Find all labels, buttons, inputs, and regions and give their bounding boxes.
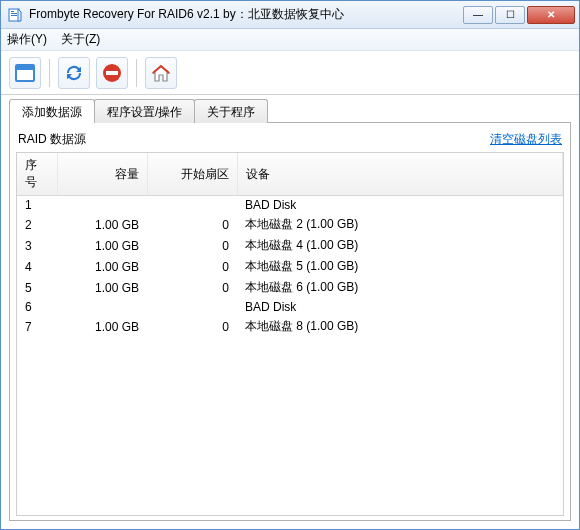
app-icon bbox=[7, 7, 23, 23]
cell-device: 本地磁盘 8 (1.00 GB) bbox=[237, 316, 563, 337]
cell-start-sector bbox=[147, 196, 237, 215]
toolbar-separator bbox=[49, 59, 50, 87]
cell-start-sector bbox=[147, 298, 237, 316]
toolbar-new-button[interactable] bbox=[9, 57, 41, 89]
toolbar-refresh-button[interactable] bbox=[58, 57, 90, 89]
table-row[interactable]: 71.00 GB0本地磁盘 8 (1.00 GB) bbox=[17, 316, 563, 337]
cell-capacity: 1.00 GB bbox=[57, 277, 147, 298]
col-header-index[interactable]: 序号 bbox=[17, 153, 57, 196]
minimize-icon: — bbox=[473, 9, 483, 20]
svg-rect-5 bbox=[16, 65, 34, 70]
tab-panel-add-source: RAID 数据源 清空磁盘列表 序号 容量 开始扇区 设备 1BAD Disk2… bbox=[9, 122, 571, 521]
svg-rect-3 bbox=[11, 15, 17, 16]
clear-disk-list-link[interactable]: 清空磁盘列表 bbox=[490, 131, 562, 148]
section-title: RAID 数据源 bbox=[18, 131, 86, 148]
menubar: 操作(Y) 关于(Z) bbox=[1, 29, 579, 51]
col-header-device[interactable]: 设备 bbox=[237, 153, 563, 196]
toolbar-separator bbox=[136, 59, 137, 87]
cell-capacity: 1.00 GB bbox=[57, 316, 147, 337]
main-window: Frombyte Recovery For RAID6 v2.1 by：北亚数据… bbox=[0, 0, 580, 530]
cell-device: 本地磁盘 4 (1.00 GB) bbox=[237, 235, 563, 256]
svg-rect-2 bbox=[11, 13, 17, 14]
table-row[interactable]: 51.00 GB0本地磁盘 6 (1.00 GB) bbox=[17, 277, 563, 298]
cell-start-sector: 0 bbox=[147, 277, 237, 298]
cell-capacity: 1.00 GB bbox=[57, 256, 147, 277]
close-icon: ✕ bbox=[547, 9, 555, 20]
cell-start-sector: 0 bbox=[147, 235, 237, 256]
svg-rect-1 bbox=[11, 11, 14, 12]
cell-device: BAD Disk bbox=[237, 298, 563, 316]
cell-start-sector: 0 bbox=[147, 316, 237, 337]
window-title: Frombyte Recovery For RAID6 v2.1 by：北亚数据… bbox=[29, 6, 463, 23]
tab-about[interactable]: 关于程序 bbox=[194, 99, 268, 123]
content-area: 添加数据源 程序设置/操作 关于程序 RAID 数据源 清空磁盘列表 序号 容量… bbox=[1, 95, 579, 529]
toolbar bbox=[1, 51, 579, 95]
window-icon bbox=[14, 62, 36, 84]
tab-add-source[interactable]: 添加数据源 bbox=[9, 99, 95, 123]
cell-index: 2 bbox=[17, 214, 57, 235]
cell-start-sector: 0 bbox=[147, 214, 237, 235]
cell-device: 本地磁盘 5 (1.00 GB) bbox=[237, 256, 563, 277]
cell-index: 7 bbox=[17, 316, 57, 337]
cell-index: 3 bbox=[17, 235, 57, 256]
tab-bar: 添加数据源 程序设置/操作 关于程序 bbox=[9, 99, 571, 123]
cell-index: 1 bbox=[17, 196, 57, 215]
svg-rect-7 bbox=[106, 71, 118, 75]
disk-table: 序号 容量 开始扇区 设备 1BAD Disk21.00 GB0本地磁盘 2 (… bbox=[17, 153, 563, 337]
cell-index: 5 bbox=[17, 277, 57, 298]
toolbar-stop-button[interactable] bbox=[96, 57, 128, 89]
home-icon bbox=[150, 62, 172, 84]
cell-capacity bbox=[57, 298, 147, 316]
cell-device: 本地磁盘 6 (1.00 GB) bbox=[237, 277, 563, 298]
cell-device: BAD Disk bbox=[237, 196, 563, 215]
table-row[interactable]: 21.00 GB0本地磁盘 2 (1.00 GB) bbox=[17, 214, 563, 235]
section-header: RAID 数据源 清空磁盘列表 bbox=[16, 127, 564, 152]
toolbar-home-button[interactable] bbox=[145, 57, 177, 89]
cell-start-sector: 0 bbox=[147, 256, 237, 277]
cell-device: 本地磁盘 2 (1.00 GB) bbox=[237, 214, 563, 235]
cell-capacity: 1.00 GB bbox=[57, 214, 147, 235]
cell-index: 6 bbox=[17, 298, 57, 316]
minimize-button[interactable]: — bbox=[463, 6, 493, 24]
table-row[interactable]: 6BAD Disk bbox=[17, 298, 563, 316]
titlebar[interactable]: Frombyte Recovery For RAID6 v2.1 by：北亚数据… bbox=[1, 1, 579, 29]
maximize-icon: ☐ bbox=[506, 9, 515, 20]
menu-operation[interactable]: 操作(Y) bbox=[7, 31, 47, 48]
cell-capacity bbox=[57, 196, 147, 215]
maximize-button[interactable]: ☐ bbox=[495, 6, 525, 24]
col-header-start-sector[interactable]: 开始扇区 bbox=[147, 153, 237, 196]
window-controls: — ☐ ✕ bbox=[463, 6, 575, 24]
col-header-capacity[interactable]: 容量 bbox=[57, 153, 147, 196]
table-row[interactable]: 31.00 GB0本地磁盘 4 (1.00 GB) bbox=[17, 235, 563, 256]
table-row[interactable]: 1BAD Disk bbox=[17, 196, 563, 215]
stop-icon bbox=[101, 62, 123, 84]
menu-about[interactable]: 关于(Z) bbox=[61, 31, 100, 48]
cell-capacity: 1.00 GB bbox=[57, 235, 147, 256]
tab-settings[interactable]: 程序设置/操作 bbox=[94, 99, 195, 123]
table-row[interactable]: 41.00 GB0本地磁盘 5 (1.00 GB) bbox=[17, 256, 563, 277]
refresh-icon bbox=[63, 62, 85, 84]
disk-table-wrap: 序号 容量 开始扇区 设备 1BAD Disk21.00 GB0本地磁盘 2 (… bbox=[16, 152, 564, 516]
cell-index: 4 bbox=[17, 256, 57, 277]
close-button[interactable]: ✕ bbox=[527, 6, 575, 24]
